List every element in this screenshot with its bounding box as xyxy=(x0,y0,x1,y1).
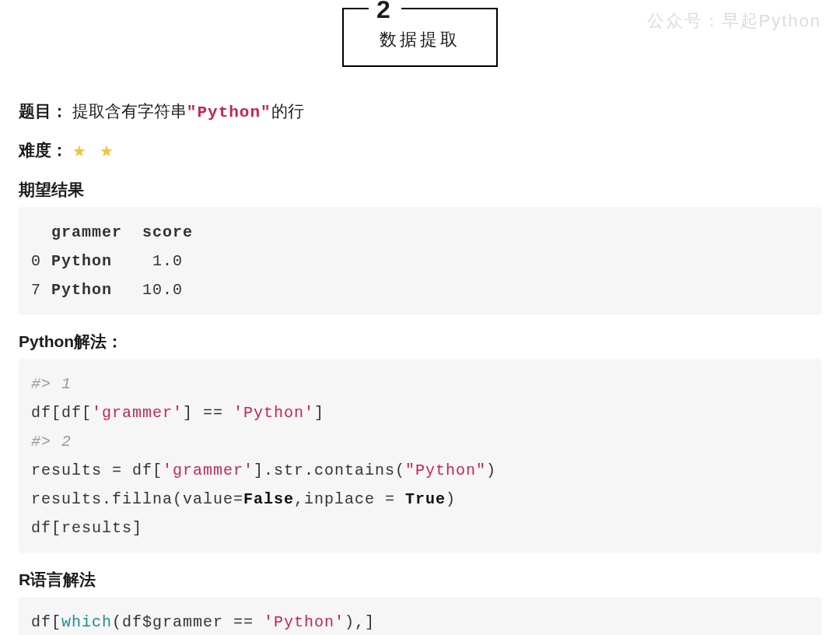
code-line: df[df['grammer'] == 'Python'] xyxy=(31,404,324,422)
code-comment: #> 2 xyxy=(31,433,72,451)
code-line: results.fillna(value=False,inplace = Tru… xyxy=(31,490,456,508)
python-solution-heading: Python解法： xyxy=(19,331,821,353)
difficulty-label: 难度： xyxy=(19,141,68,159)
question-inline-code: "Python" xyxy=(187,103,271,121)
difficulty-stars: ★ ★ xyxy=(72,142,119,160)
section-title: 数据提取 xyxy=(380,30,460,49)
r-solution-block: df[which(df$grammer == 'Python'),] xyxy=(19,597,821,635)
expected-header-line: grammer score xyxy=(31,223,193,241)
code-line: df[which(df$grammer == 'Python'),] xyxy=(31,613,375,631)
python-solution-block: #> 1 df[df['grammer'] == 'Python'] #> 2 … xyxy=(19,359,821,553)
question-text-before: 提取含有字符串 xyxy=(72,102,187,120)
watermark-text: 公众号：早起Python xyxy=(647,9,822,33)
question-text-after: 的行 xyxy=(271,102,304,120)
code-line: results = df['grammer'].str.contains("Py… xyxy=(31,461,496,479)
code-line: df[results] xyxy=(31,519,142,537)
expected-result-block: grammer score 0 Python 1.0 7 Python 10.0 xyxy=(19,207,821,315)
section-title-box: 2 数据提取 xyxy=(342,8,498,67)
question-row: 题目： 提取含有字符串"Python"的行 xyxy=(19,98,821,126)
expected-heading: 期望结果 xyxy=(19,179,821,201)
expected-row: 0 Python 1.0 xyxy=(31,252,183,270)
content-area: 题目： 提取含有字符串"Python"的行 难度： ★ ★ 期望结果 gramm… xyxy=(0,98,840,635)
expected-row: 7 Python 10.0 xyxy=(31,281,183,299)
code-comment: #> 1 xyxy=(31,375,72,393)
section-number: 2 xyxy=(369,0,401,24)
section-header: 2 数据提取 xyxy=(342,8,498,67)
difficulty-row: 难度： ★ ★ xyxy=(19,137,821,163)
r-solution-heading: R语言解法 xyxy=(19,569,821,591)
question-label: 题目： xyxy=(19,102,68,120)
